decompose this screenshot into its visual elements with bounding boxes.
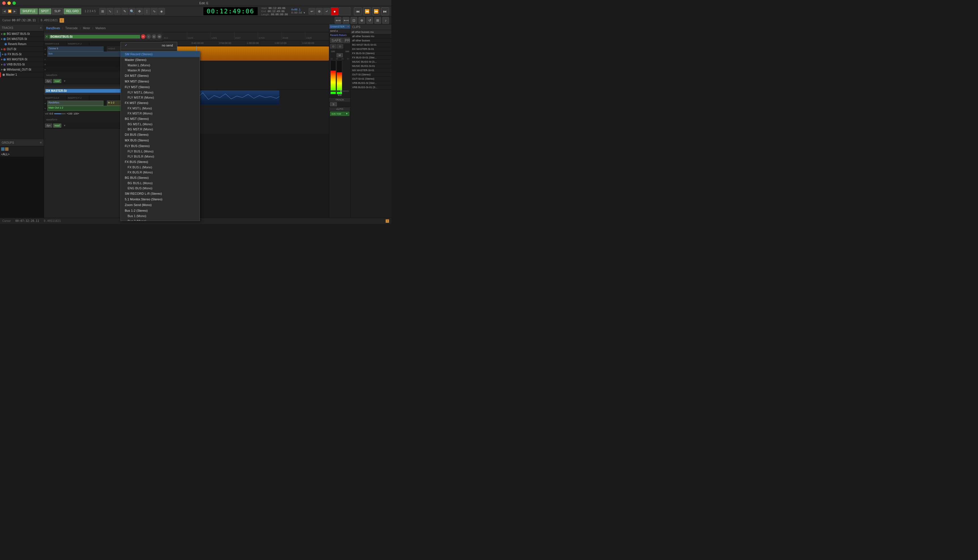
monitor-icon[interactable]: ⤶ (323, 8, 330, 15)
sidebar-item-all-group[interactable]: <ALL> (0, 152, 44, 157)
rewind-icon[interactable]: ⏪ (7, 9, 12, 13)
zoom-send-mono-item[interactable]: Zoom Send (Mono) (121, 202, 200, 208)
loop-icon[interactable]: ↩ (309, 8, 315, 15)
pencil-tool[interactable]: ✎ (121, 8, 128, 15)
safe-button[interactable]: SAFE (330, 38, 343, 43)
bg-bus-l-mono-item[interactable]: BG BUS.L (Mono) (121, 180, 200, 186)
dyn-button[interactable]: dyn (45, 79, 52, 83)
sidebar-item-vrb-buss[interactable]: ▶ VRB BUSS-St (0, 62, 44, 67)
maximize-button[interactable] (12, 2, 16, 5)
sidebar-item-reverb[interactable]: Reverb Return (0, 42, 44, 47)
slip-button[interactable]: SLIP (52, 8, 63, 15)
shuffle-button[interactable]: SHUFFLE (20, 8, 38, 15)
clip-item-12[interactable]: VRB BUSS-St (Ster... (350, 81, 391, 85)
input-icon[interactable]: ⊕ (316, 8, 323, 15)
fly-mst-l-mono-item[interactable]: FLY MST.L (Mono) (121, 90, 200, 95)
go-start-button[interactable]: ⏮ (354, 7, 362, 15)
smart-tool[interactable]: ⋮ (144, 8, 150, 15)
clip-item-1[interactable]: all other busses mu (350, 34, 391, 38)
bus-1-2-stereo-item[interactable]: Bus 1-2 (Stereo) (121, 208, 200, 213)
clip-item-13[interactable]: VRB BUSS-St-01 (S... (350, 85, 391, 90)
sidebar-item-mx-master[interactable]: ▶ MX MASTER-St (0, 57, 44, 62)
clip-item-6[interactable]: FX BUS-St-01 (Ster... (350, 55, 391, 60)
spot-button[interactable]: SPOT (38, 8, 51, 15)
bg-bus-stereo-item[interactable]: BG BUS (Stereo) (121, 175, 200, 180)
record-arm-button[interactable]: R (141, 34, 145, 39)
record-button[interactable]: ● (330, 7, 339, 15)
expand-arrow[interactable]: ▼ (63, 80, 66, 82)
dyn-button-2[interactable]: dyn (45, 123, 52, 128)
clip-item-4[interactable]: DX MASTER-St-01 (350, 47, 391, 51)
expand-arrow-2[interactable]: ▼ (63, 124, 66, 127)
fx-bus-l-mono-item[interactable]: FX BUS.L (Mono) (121, 165, 200, 170)
s-button[interactable]: S (330, 102, 337, 106)
eng-bus-mono-item[interactable]: ENG BUS (Mono) (121, 186, 200, 191)
mx-bus-stereo-item[interactable]: MX BUS (Stereo) (121, 137, 200, 143)
mx-mst-stereo-item[interactable]: MX MST (Stereo) (121, 78, 200, 84)
zoom-vert-icon[interactable]: ⟻ (342, 17, 349, 24)
fx-mst-r-mono-item[interactable]: FX MST.R (Mono) (121, 111, 200, 116)
fly-bus-r-mono-item[interactable]: FLY BUS.R (Mono) (121, 154, 200, 159)
go-end-button[interactable]: ⏭ (381, 7, 389, 15)
fade-tool[interactable]: ∿ (151, 8, 158, 15)
rewind-button[interactable]: ⏪ (363, 7, 371, 15)
minimize-button[interactable] (7, 2, 11, 5)
selector-tool[interactable]: ⊞ (99, 8, 106, 15)
sidebar-item-out[interactable]: ▶ OUT-St (0, 47, 44, 52)
insert-plugin-ozone[interactable]: Ozone 9 (47, 47, 103, 52)
window-controls[interactable] (2, 2, 16, 5)
fx-bus-r-mono-item[interactable]: FX BUS.R (Mono) (121, 170, 200, 175)
sidebar-item-bg-mast[interactable]: ▶ BG MAST BUS-St (0, 32, 44, 37)
fly-bus-stereo-item[interactable]: FLY BUS (Stereo) (121, 143, 200, 149)
link-right-button[interactable]: ⊙ (337, 44, 343, 48)
read-button[interactable]: read (53, 79, 61, 83)
sidebar-item-fx-bus[interactable]: ▶ FX BUS-St (0, 52, 44, 57)
fader-thumb[interactable] (340, 89, 341, 93)
fast-forward-button[interactable]: ⏩ (372, 7, 380, 15)
collapse-icon[interactable]: ▼ (45, 35, 48, 38)
forward-arrow[interactable]: ▶ (12, 9, 17, 13)
zoom-tool[interactable]: 🔍 (129, 8, 135, 15)
sidebar-item-mthr[interactable]: ▶ Mthrbsmtd_OUT-St (0, 67, 44, 72)
m-button[interactable]: M (337, 53, 343, 57)
51-monitor-stereo-item[interactable]: 5.1 Monitor.Stereo (Stereo) (121, 197, 200, 202)
dx-bus-stereo-item[interactable]: DX BUS (Stereo) (121, 132, 200, 137)
master-l-mono-item[interactable]: Master.L (Mono) (121, 63, 200, 68)
zoom-in-icon[interactable]: ⊕ (359, 17, 365, 24)
fader-track[interactable] (330, 90, 349, 92)
rel-grd-button[interactable]: REL GRD (63, 8, 81, 15)
snap-icon[interactable]: ⊞ (374, 17, 381, 24)
solo-button[interactable]: S (152, 34, 156, 39)
vol-slider-track[interactable] (54, 113, 65, 114)
grab-tool[interactable]: ✥ (136, 8, 143, 15)
no-send-item[interactable]: no send (121, 42, 177, 48)
sm-record-stereo-item[interactable]: SM Record (Stereo) (121, 51, 200, 57)
fly-mst-r-mono-item[interactable]: FLY MST.R (Mono) (121, 95, 200, 100)
loop-mode-icon[interactable]: ↺ (366, 17, 373, 24)
fly-bus-l-mono-item[interactable]: FLY BUS.L (Mono) (121, 149, 200, 154)
groups-close-icon[interactable]: × (40, 140, 42, 145)
bus-2-mono-item[interactable]: Bus 2 (Mono) (121, 218, 200, 221)
clip-item-9[interactable]: MX MASTER-St-01 (350, 68, 391, 73)
back-arrow[interactable]: ◀ (2, 9, 7, 13)
clip-item-7[interactable]: MUSIC BUSS-St (S... (350, 60, 391, 64)
bus-1-mono-item[interactable]: Bus 1 (Mono) (121, 213, 200, 218)
sm-record-lr-stereo-item[interactable]: SM RECORD L-R (Stereo) (121, 191, 200, 197)
revb-rtrn-plugin[interactable]: RevbRtrn (47, 101, 103, 106)
close-button[interactable] (2, 2, 6, 5)
bg-mst-l-mono-item[interactable]: BG MST.L (Mono) (121, 122, 200, 127)
auto-mode-button[interactable]: auto read ▼ (330, 112, 349, 116)
master-r-mono-item[interactable]: Master.R (Mono) (121, 68, 200, 73)
bg-mst-r-mono-item[interactable]: BG MST.R (Mono) (121, 127, 200, 132)
fx-mst-stereo-item[interactable]: FX MST (Stereo) (121, 100, 200, 106)
dx-mst-stereo-item[interactable]: DX MST (Stereo) (121, 73, 200, 78)
bg-mst-stereo-item[interactable]: BG MST (Stereo) (121, 116, 200, 122)
fly-mst-stereo-item[interactable]: FLY MST (Stereo) (121, 84, 200, 90)
fx-mst-l-mono-item[interactable]: FX MST.L (Mono) (121, 106, 200, 111)
zoom-horiz-icon[interactable]: ⟺ (335, 17, 341, 24)
master-stereo-item[interactable]: Master (Stereo) (121, 57, 200, 63)
mute-button[interactable]: M (157, 34, 162, 39)
zoom-fit-icon[interactable]: ⊡ (350, 17, 357, 24)
sidebar-item-dx-master[interactable]: ▶ DX MASTER-St (0, 37, 44, 42)
link-left-button[interactable]: ⊙ (330, 44, 336, 48)
